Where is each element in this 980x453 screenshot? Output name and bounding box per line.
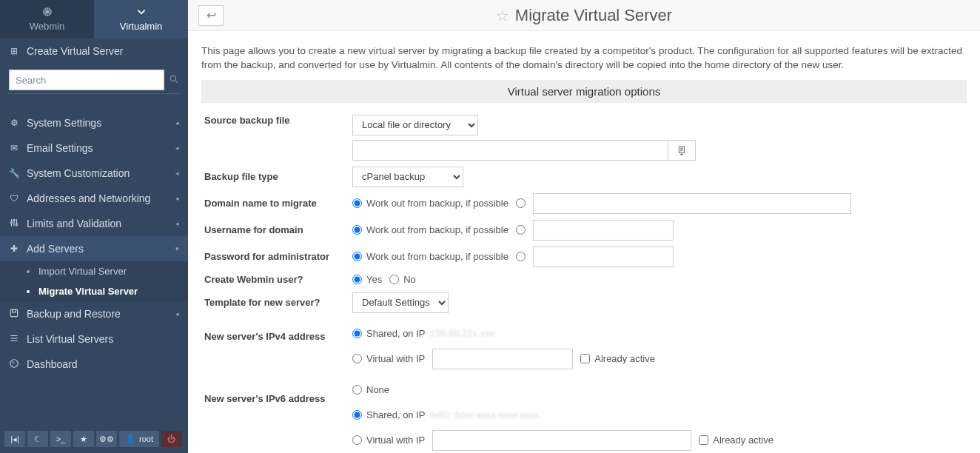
sidebar-item-add-servers[interactable]: ✚ Add Servers ▾ <box>0 236 188 261</box>
username-custom-radio[interactable] <box>516 225 526 235</box>
favorite-button[interactable]: ★ <box>73 431 94 447</box>
webmin-user-no-radio[interactable] <box>389 275 399 284</box>
caret-down-icon: ▾ <box>175 245 179 252</box>
back-button[interactable]: ↩ <box>198 5 224 26</box>
ipv4-virtual-option[interactable]: Virtual with IP <box>352 353 425 364</box>
search-icon[interactable] <box>169 74 179 87</box>
sidebar-item-label: Create Virtual Server <box>27 45 179 57</box>
ipv4-already-active-check[interactable] <box>580 354 590 363</box>
sidebar-item-addresses-networking[interactable]: 🛡 Addresses and Networking ◂ <box>0 186 188 211</box>
subitem-import-virtual-server[interactable]: Import Virtual Server <box>0 261 188 281</box>
ipv6-none-option[interactable]: None <box>352 384 389 395</box>
sidebar-item-system-customization[interactable]: 🔧 System Customization ◂ <box>0 161 188 186</box>
sidebar-item-list-virtual-servers[interactable]: List Virtual Servers <box>0 326 188 352</box>
svg-point-1 <box>170 76 175 81</box>
label-domain: Domain name to migrate <box>204 198 352 209</box>
domain-custom-radio[interactable] <box>516 198 526 208</box>
domain-workout-option[interactable]: Work out from backup, if possible <box>352 198 509 209</box>
svg-point-2 <box>10 221 12 223</box>
backup-type-select[interactable]: cPanel backup <box>352 167 463 187</box>
sliders-icon <box>9 218 19 230</box>
ipv6-virtual-input[interactable] <box>432 430 691 451</box>
ipv4-shared-value: 159.89.22x.xxx <box>430 328 494 339</box>
ipv4-shared-radio[interactable] <box>352 329 362 338</box>
caret-left-icon: ◂ <box>175 144 179 152</box>
sidebar-item-label: Backup and Restore <box>27 308 168 320</box>
main-content: ↩ ☆ Migrate Virtual Server This page all… <box>188 0 980 453</box>
ipv6-shared-option[interactable]: Shared, on IP fe80::1cxx:xxxx:xxxx:xxxx <box>352 409 540 420</box>
bottom-toolbar: |◂| ☾ >_ ★ ⚙⚙ 👤 root ⏻ <box>0 428 188 453</box>
page-title: Migrate Virtual Server <box>515 6 672 25</box>
sidebar-item-limits-validation[interactable]: Limits and Validation ◂ <box>0 211 188 236</box>
ipv6-already-active-check[interactable] <box>699 435 708 445</box>
bullet-icon <box>27 290 30 293</box>
caret-left-icon: ◂ <box>175 310 179 318</box>
browse-button[interactable] <box>668 140 696 161</box>
caret-left-icon: ◂ <box>175 220 179 227</box>
sidebar-item-backup-restore[interactable]: Backup and Restore ◂ <box>0 301 188 326</box>
ipv4-already-active[interactable]: Already active <box>580 353 655 364</box>
ipv6-already-active[interactable]: Already active <box>699 434 773 446</box>
mode-tabs: Webmin Virtualmin <box>0 0 188 38</box>
webmin-icon <box>42 7 53 19</box>
gauge-icon <box>9 358 19 371</box>
label-username: Username for domain <box>204 224 352 235</box>
sidebar-item-label: List Virtual Servers <box>27 333 179 345</box>
add-servers-subitems: Import Virtual Server Migrate Virtual Se… <box>0 261 188 301</box>
label-template: Template for new server? <box>204 297 352 308</box>
username-workout-option[interactable]: Work out from backup, if possible <box>352 224 509 235</box>
logout-button[interactable]: ⏻ <box>161 431 182 447</box>
webmin-user-no[interactable]: No <box>389 274 416 285</box>
wrench-icon: 🔧 <box>9 168 19 178</box>
bullet-icon <box>27 270 30 273</box>
user-button[interactable]: 👤 root <box>119 431 159 447</box>
password-custom-radio[interactable] <box>516 252 526 261</box>
subitem-migrate-virtual-server[interactable]: Migrate Virtual Server <box>0 281 188 301</box>
subitem-label: Migrate Virtual Server <box>38 286 138 297</box>
caret-left-icon: ◂ <box>175 195 179 202</box>
terminal-button[interactable]: >_ <box>50 431 71 447</box>
username-workout-radio[interactable] <box>352 225 362 235</box>
domain-custom-input[interactable] <box>533 193 851 214</box>
webmin-user-yes-radio[interactable] <box>352 275 362 284</box>
ipv6-shared-value: fe80::1cxx:xxxx:xxxx:xxxx <box>430 409 540 420</box>
star-icon[interactable]: ☆ <box>496 7 509 24</box>
source-path-input[interactable] <box>352 140 668 161</box>
ipv6-virtual-radio[interactable] <box>352 435 362 445</box>
password-workout-option[interactable]: Work out from backup, if possible <box>352 251 509 262</box>
migration-panel: Virtual server migration options Source … <box>201 80 967 453</box>
domain-workout-radio[interactable] <box>352 198 362 208</box>
night-mode-button[interactable]: ☾ <box>27 431 48 447</box>
ipv4-shared-option[interactable]: Shared, on IP 159.89.22x.xxx <box>352 328 494 339</box>
webmin-user-yes[interactable]: Yes <box>352 274 382 285</box>
label-backup-type: Backup file type <box>204 171 352 182</box>
tab-virtualmin-label: Virtualmin <box>120 21 163 32</box>
ipv4-virtual-radio[interactable] <box>352 354 362 363</box>
label-source-backup: Source backup file <box>204 115 352 126</box>
toggle-sidebar-button[interactable]: |◂| <box>4 431 25 447</box>
settings-button[interactable]: ⚙⚙ <box>96 431 117 447</box>
sidebar-item-system-settings[interactable]: ⚙ System Settings ◂ <box>0 110 188 135</box>
password-workout-radio[interactable] <box>352 252 362 261</box>
sidebar-item-dashboard[interactable]: Dashboard <box>0 352 188 377</box>
source-mode-select[interactable]: Local file or directory <box>352 115 478 135</box>
template-select[interactable]: Default Settings <box>352 292 449 313</box>
subitem-label: Import Virtual Server <box>38 266 127 277</box>
ipv6-shared-radio[interactable] <box>352 410 362 420</box>
tab-webmin[interactable]: Webmin <box>0 0 94 38</box>
list-icon <box>9 333 19 346</box>
label-ipv6: New server's IPv6 address <box>204 380 352 404</box>
ipv6-virtual-option[interactable]: Virtual with IP <box>352 434 425 446</box>
sidebar-item-email-settings[interactable]: ✉ Email Settings ◂ <box>0 135 188 161</box>
label-ipv4: New server's IPv4 address <box>204 323 352 342</box>
sidebar-search <box>0 64 188 97</box>
sidebar-item-label: Addresses and Networking <box>27 192 168 204</box>
username-custom-input[interactable] <box>533 220 674 241</box>
search-input[interactable] <box>9 70 164 90</box>
password-custom-input[interactable] <box>533 246 674 267</box>
ipv6-none-radio[interactable] <box>352 385 362 395</box>
tab-virtualmin[interactable]: Virtualmin <box>94 0 188 38</box>
gear-icon: ⚙ <box>9 118 19 128</box>
ipv4-virtual-input[interactable] <box>432 349 573 369</box>
sidebar-item-create[interactable]: ⊞ Create Virtual Server <box>0 38 188 64</box>
